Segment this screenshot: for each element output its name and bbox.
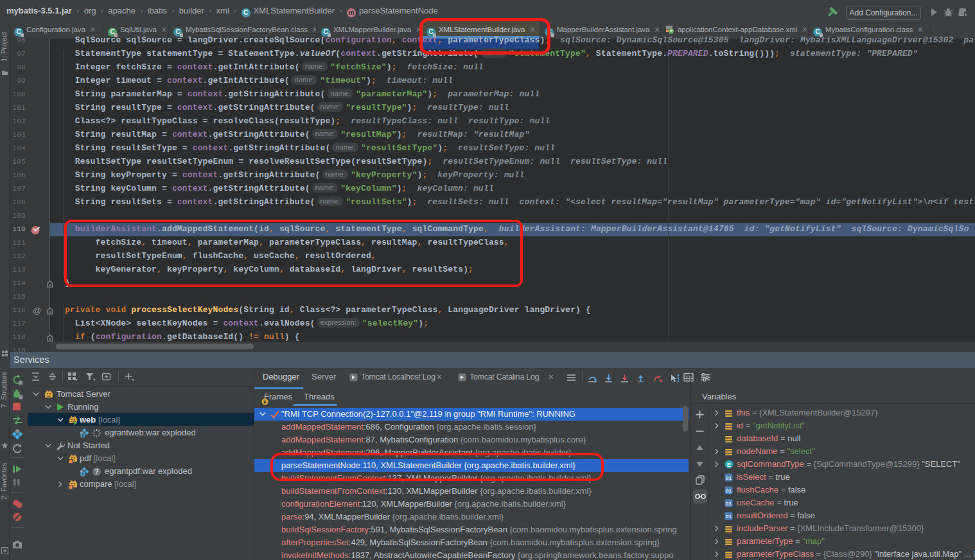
svg-text:?: ? [94,468,98,475]
svg-text:01: 01 [726,488,732,494]
svg-text:01: 01 [726,475,732,481]
svg-text:E: E [727,461,731,468]
svg-text:01: 01 [726,501,732,507]
svg-text:01: 01 [726,514,732,520]
